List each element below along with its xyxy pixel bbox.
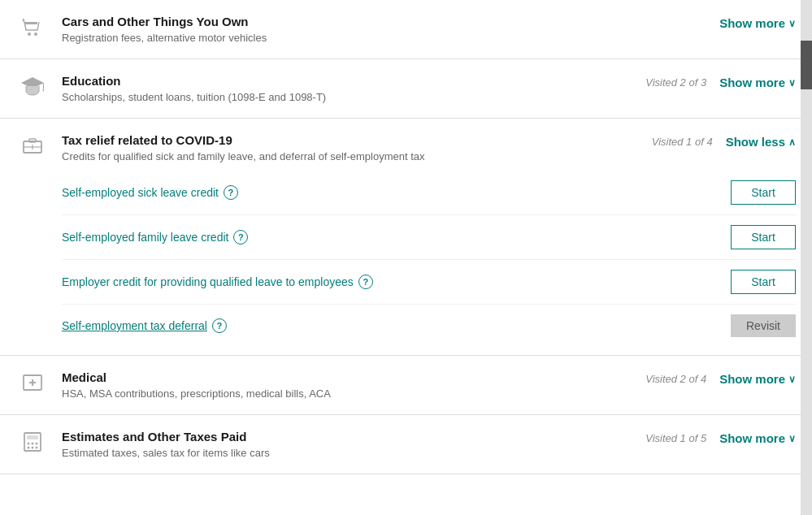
svg-point-24 [36, 447, 38, 449]
estimates-chevron-down-icon: ∨ [788, 433, 796, 444]
medical-right: Visited 2 of 4 Show more ∨ [645, 372, 796, 386]
education-subtitle: Scholarships, student loans, tuition (10… [62, 91, 629, 103]
svg-point-23 [32, 447, 34, 449]
sick-leave-help-icon[interactable]: ? [224, 185, 238, 200]
covid-items: Self-employed sick leave credit ? Start … [0, 171, 812, 355]
cart-icon [16, 16, 49, 37]
sick-leave-text: Self-employed sick leave credit [62, 186, 219, 199]
education-icon [16, 76, 49, 97]
scrollbar[interactable] [801, 0, 812, 474]
medical-toggle-label: Show more [719, 372, 785, 386]
medical-subtitle: HSA, MSA contributions, prescriptions, m… [62, 387, 629, 400]
estimates-title: Estimates and Other Taxes Paid [62, 430, 629, 444]
svg-rect-11 [29, 139, 36, 142]
section-covid: Tax relief related to COVID-19 Credits f… [0, 119, 812, 356]
svg-point-1 [28, 32, 31, 36]
employer-credit-help-icon[interactable]: ? [358, 275, 373, 289]
covid-show-less-button[interactable]: Show less ∧ [726, 135, 796, 149]
employer-credit-label[interactable]: Employer credit for providing qualified … [62, 275, 373, 289]
cars-title: Cars and Other Things You Own [62, 15, 703, 28]
covid-item-sick-leave: Self-employed sick leave credit ? Start [62, 171, 796, 214]
employer-credit-start-button[interactable]: Start [731, 270, 796, 294]
covid-right: Visited 1 of 4 Show less ∧ [652, 135, 796, 149]
tax-deferral-revisit-button[interactable]: Revisit [731, 314, 796, 337]
covid-toggle-label: Show less [726, 135, 785, 149]
covid-title: Tax relief related to COVID-19 [62, 133, 636, 147]
medical-content: Medical HSA, MSA contributions, prescrip… [62, 370, 629, 400]
education-toggle-label: Show more [719, 76, 785, 89]
cars-subtitle: Registration fees, alternative motor veh… [62, 32, 703, 44]
sick-leave-start-button[interactable]: Start [731, 180, 796, 205]
svg-point-19 [28, 443, 30, 445]
medical-visited: Visited 2 of 4 [645, 373, 706, 385]
family-leave-help-icon[interactable]: ? [233, 230, 248, 245]
svg-rect-0 [24, 22, 37, 24]
medical-show-more-button[interactable]: Show more ∨ [719, 372, 796, 386]
svg-point-9 [43, 89, 45, 92]
cars-chevron-down-icon: ∨ [788, 18, 796, 29]
estimates-visited: Visited 1 of 5 [645, 432, 706, 444]
estimates-subtitle: Estimated taxes, sales tax for items lik… [62, 447, 629, 459]
svg-rect-18 [27, 435, 38, 439]
section-estimates: Estimates and Other Taxes Paid Estimated… [0, 415, 812, 474]
section-education: Education Scholarships, student loans, t… [0, 59, 812, 119]
family-leave-label[interactable]: Self-employed family leave credit ? [62, 230, 248, 245]
education-visited: Visited 2 of 3 [645, 76, 706, 89]
education-show-more-button[interactable]: Show more ∨ [719, 76, 796, 89]
cars-toggle-label: Show more [719, 16, 785, 30]
svg-point-2 [34, 32, 37, 36]
tax-deferral-text: Self-employment tax deferral [62, 319, 207, 332]
svg-point-21 [36, 443, 38, 445]
estimates-content: Estimates and Other Taxes Paid Estimated… [62, 430, 629, 459]
svg-point-20 [32, 443, 34, 445]
estimates-right: Visited 1 of 5 Show more ∨ [645, 431, 796, 445]
covid-item-employer-credit: Employer credit for providing qualified … [62, 259, 796, 304]
family-leave-start-button[interactable]: Start [731, 225, 796, 249]
family-leave-text: Self-employed family leave credit [62, 231, 228, 244]
page-wrapper: Cars and Other Things You Own Registrati… [0, 0, 812, 474]
employer-credit-text: Employer credit for providing qualified … [62, 275, 354, 288]
covid-item-tax-deferral: Self-employment tax deferral ? Revisit [62, 304, 796, 347]
briefcase-icon [16, 135, 49, 154]
covid-item-family-leave: Self-employed family leave credit ? Star… [62, 214, 796, 259]
education-chevron-down-icon: ∨ [788, 77, 796, 89]
calculator-icon [16, 431, 49, 452]
cars-right: Show more ∨ [719, 16, 796, 30]
medical-icon [16, 372, 49, 393]
section-medical: Medical HSA, MSA contributions, prescrip… [0, 356, 812, 415]
estimates-show-more-button[interactable]: Show more ∨ [719, 431, 796, 445]
medical-chevron-down-icon: ∨ [788, 374, 796, 385]
education-content: Education Scholarships, student loans, t… [62, 74, 629, 103]
education-title: Education [62, 74, 629, 88]
covid-content: Tax relief related to COVID-19 Credits f… [62, 133, 636, 162]
medical-title: Medical [62, 370, 629, 384]
scrollbar-thumb[interactable] [801, 41, 812, 89]
cars-show-more-button[interactable]: Show more ∨ [719, 16, 796, 30]
tax-deferral-help-icon[interactable]: ? [212, 318, 227, 333]
covid-visited: Visited 1 of 4 [652, 136, 713, 148]
covid-subtitle: Credits for qualified sick and family le… [62, 150, 636, 162]
cars-content: Cars and Other Things You Own Registrati… [62, 15, 703, 44]
education-right: Visited 2 of 3 Show more ∨ [645, 76, 796, 89]
covid-chevron-up-icon: ∧ [788, 136, 796, 148]
svg-point-22 [28, 447, 30, 449]
estimates-toggle-label: Show more [719, 431, 785, 445]
sick-leave-label[interactable]: Self-employed sick leave credit ? [62, 185, 238, 200]
covid-header: Tax relief related to COVID-19 Credits f… [0, 119, 812, 171]
section-cars: Cars and Other Things You Own Registrati… [0, 0, 812, 59]
tax-deferral-label[interactable]: Self-employment tax deferral ? [62, 318, 227, 333]
